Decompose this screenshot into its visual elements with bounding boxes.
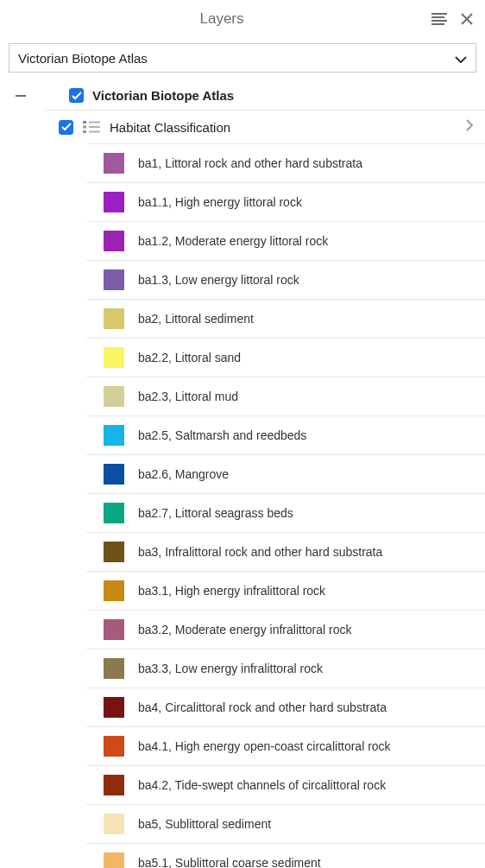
legend-list: ba1, Littoral rock and other hard substr… <box>86 143 485 868</box>
legend-label: ba5, Sublittoral sediment <box>138 817 271 831</box>
tree-root-label: Victorian Biotope Atlas <box>92 88 234 103</box>
color-swatch <box>104 852 124 868</box>
color-swatch <box>104 814 124 834</box>
legend-item: ba5, Sublittoral sediment <box>86 804 485 843</box>
legend-label: ba3.2, Moderate energy infralittoral roc… <box>138 623 351 637</box>
color-swatch <box>104 775 124 795</box>
legend-item: ba2, Littoral sediment <box>86 299 485 338</box>
legend-item: ba5.1, Sublittoral coarse sediment <box>86 843 485 868</box>
color-swatch <box>104 580 124 601</box>
legend-label: ba2.3, Littoral mud <box>138 390 238 403</box>
color-swatch <box>104 386 124 407</box>
color-swatch <box>104 503 124 523</box>
root-checkbox[interactable] <box>69 88 84 103</box>
tree-root-row: Victorian Biotope Atlas <box>0 81 485 110</box>
legend-item: ba2.5, Saltmarsh and reedbeds <box>86 415 485 454</box>
color-swatch <box>104 153 124 174</box>
legend-item: ba4.2, Tide-swept channels of circalitto… <box>86 765 485 804</box>
legend-item: ba3.3, Low energy infralittoral rock <box>86 649 485 687</box>
legend-label: ba4.2, Tide-swept channels of circalitto… <box>138 778 386 792</box>
legend-label: ba2.6, Mangrove <box>138 467 229 481</box>
layer-tree-scroll[interactable]: Victorian Biotope Atlas Habitat Classifi… <box>0 81 485 868</box>
color-swatch <box>104 269 124 290</box>
color-swatch <box>104 192 124 212</box>
legend-label: ba1, Littoral rock and other hard substr… <box>138 156 362 170</box>
legend-item: ba1, Littoral rock and other hard substr… <box>86 143 485 182</box>
legend-label: ba2.5, Saltmarsh and reedbeds <box>138 428 306 442</box>
color-swatch <box>104 619 124 640</box>
legend-item: ba1.1, High energy littoral rock <box>86 182 485 221</box>
svg-rect-9 <box>83 130 86 133</box>
color-swatch <box>104 464 124 485</box>
legend-item: ba3.1, High energy infralittoral rock <box>86 571 485 610</box>
legend-label: ba2, Littoral sediment <box>138 312 254 326</box>
legend-label: ba2.2, Littoral sand <box>138 351 241 364</box>
color-swatch <box>104 697 124 718</box>
color-swatch <box>104 231 124 251</box>
header-actions <box>431 13 473 25</box>
tree-layer-row: Habitat Classification <box>45 110 485 143</box>
legend-item: ba2.7, Littoral seagrass beds <box>86 493 485 532</box>
collapse-toggle[interactable] <box>14 89 28 103</box>
tree-layer-label: Habitat Classification <box>110 120 457 135</box>
legend-label: ba1.1, High energy littoral rock <box>138 195 302 209</box>
legend-item: ba2.6, Mangrove <box>86 454 485 493</box>
color-swatch <box>104 658 124 679</box>
chevron-right-icon[interactable] <box>466 119 476 135</box>
svg-rect-8 <box>83 126 86 129</box>
panel-header: Layers <box>0 0 485 38</box>
layer-set-dropdown[interactable]: Victorian Biotope Atlas <box>9 43 476 73</box>
legend-item: ba1.2, Moderate energy littoral rock <box>86 221 485 260</box>
svg-rect-6 <box>16 95 26 97</box>
color-swatch <box>104 542 124 562</box>
legend-item: ba2.3, Littoral mud <box>86 377 485 415</box>
legend-label: ba5.1, Sublittoral coarse sediment <box>138 856 321 868</box>
legend-label: ba3.3, Low energy infralittoral rock <box>138 662 323 675</box>
color-swatch <box>104 308 124 329</box>
menu-icon[interactable] <box>431 13 447 25</box>
legend-list-icon <box>82 119 101 135</box>
legend-item: ba1.3, Low energy littoral rock <box>86 260 485 299</box>
legend-item: ba4, Circalittoral rock and other hard s… <box>86 687 485 726</box>
legend-label: ba4.1, High energy open-coast circalitto… <box>138 739 391 753</box>
legend-label: ba1.2, Moderate energy littoral rock <box>138 234 328 248</box>
panel-title: Layers <box>12 10 431 28</box>
close-icon[interactable] <box>461 13 473 25</box>
legend-label: ba2.7, Littoral seagrass beds <box>138 506 293 520</box>
legend-label: ba1.3, Low energy littoral rock <box>138 273 299 287</box>
chevron-down-icon <box>455 51 467 66</box>
legend-label: ba3, Infralittoral rock and other hard s… <box>138 545 382 559</box>
legend-item: ba3.2, Moderate energy infralittoral roc… <box>86 610 485 649</box>
layer-checkbox[interactable] <box>59 120 73 135</box>
legend-label: ba3.1, High energy infralittoral rock <box>138 584 325 598</box>
legend-item: ba4.1, High energy open-coast circalitto… <box>86 726 485 765</box>
color-swatch <box>104 736 124 757</box>
dropdown-container: Victorian Biotope Atlas <box>0 38 485 81</box>
legend-item: ba2.2, Littoral sand <box>86 338 485 377</box>
dropdown-selected-label: Victorian Biotope Atlas <box>18 51 148 66</box>
color-swatch <box>104 347 124 368</box>
legend-label: ba4, Circalittoral rock and other hard s… <box>138 700 387 714</box>
legend-item: ba3, Infralittoral rock and other hard s… <box>86 532 485 571</box>
color-swatch <box>104 425 124 446</box>
svg-rect-7 <box>83 121 86 124</box>
